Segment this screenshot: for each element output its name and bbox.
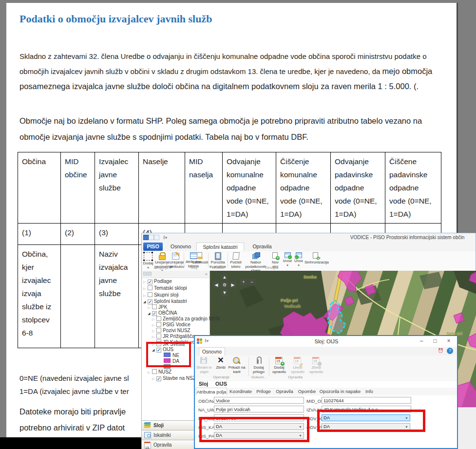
checkbox-unchecked[interactable] (156, 322, 161, 327)
pan-center-button[interactable]: ⚙ (221, 281, 228, 288)
checkbox-unchecked[interactable] (148, 285, 152, 290)
pan-down-button[interactable]: ▼ (221, 289, 228, 296)
quick-access-caret-icon[interactable]: ‖▾ (163, 235, 167, 240)
checkbox-checked[interactable]: ✓ (156, 376, 161, 381)
na-uime-input[interactable] (214, 406, 304, 412)
calendar-icon: 15 (144, 442, 152, 448)
sync-button[interactable]: ⟳ Sinhronizacija (305, 252, 327, 270)
tree-item[interactable]: ▷NUSZ (148, 369, 171, 375)
maximize-button[interactable]: □ (429, 336, 441, 346)
app-icon (143, 235, 159, 241)
tab-atributna-polja[interactable]: Atributna polja (196, 388, 227, 395)
table-cell (61, 245, 95, 348)
pan-left-button[interactable]: ◀ (213, 281, 220, 288)
button-label: Uredi opravilo (291, 365, 305, 374)
export-button[interactable]: → Izvoz ▾ (282, 252, 293, 270)
tree-item[interactable]: ◢✓OBČINA (148, 310, 177, 316)
checkbox-checked[interactable]: ✓ (148, 280, 152, 284)
tree-item[interactable]: ▷Tematski sklopi (143, 285, 187, 291)
tree-item[interactable]: ▷✓Stavbe na NSZ (152, 375, 196, 381)
tab-piso[interactable]: PISO (143, 243, 163, 251)
annotation-rect-cis-fields (199, 417, 309, 442)
expand-collapsed-icon[interactable]: ▷ (148, 370, 152, 375)
checkbox-checked[interactable]: ✓ (152, 311, 157, 316)
checkbox-checked[interactable]: ✓ (148, 299, 152, 304)
collapse-panel-icon[interactable]: « (205, 272, 208, 277)
table-header-row: Občina MID občine Izvajalec javne službe… (18, 152, 441, 224)
piso-titlebar[interactable]: ‖▾ VODICE - PISO Prostorski informacijsk… (142, 233, 476, 242)
tree-item-label: Tematski sklopi (154, 285, 187, 291)
sync-icon: ⟳ (312, 252, 320, 260)
expand-collapsed-icon[interactable]: ▷ (143, 279, 148, 284)
zoom-out-button[interactable]: − (248, 279, 255, 285)
tab-opozorila[interactable]: Opozorila in napake (319, 388, 362, 395)
breadcrumb-oijs[interactable]: OIJS (215, 381, 227, 387)
dialog-titlebar[interactable]: ‖▾ Sloj: OIJS – □ × (195, 336, 457, 347)
table-cell: (3) (95, 224, 139, 245)
alarm-icon[interactable]: ⏰ (438, 348, 443, 353)
expand-collapsed-icon[interactable]: ▷ (143, 293, 148, 298)
tab-info[interactable]: Info (362, 388, 376, 395)
tab-priloge[interactable]: Priloge (254, 388, 273, 395)
mid-ob-input[interactable] (322, 397, 411, 404)
obcina-input[interactable] (214, 397, 304, 404)
dialog-tab-osnovno[interactable]: Osnovno (199, 347, 225, 355)
close-button[interactable]: × (442, 336, 455, 346)
delete-task-button[interactable]: 15− Zbriši opravilo (308, 356, 324, 378)
expand-expanded-icon[interactable]: ◢ (148, 311, 152, 316)
tree-item[interactable]: ▷✓Podlage (143, 279, 172, 284)
expand-collapsed-icon[interactable]: ▷ (148, 305, 152, 310)
checkbox-unchecked[interactable] (148, 292, 152, 297)
clear-selection-button[interactable]: Počisti izbiro (229, 252, 243, 270)
tree-item[interactable]: ▷JR Prižigališča (152, 334, 195, 339)
expand-collapsed-icon[interactable]: ▷ (152, 322, 156, 328)
pan-up-button[interactable]: ▲ (221, 274, 228, 281)
tree-item-label: JPK (158, 304, 167, 310)
checkbox-unchecked[interactable] (152, 304, 157, 309)
table-header-cell: Čiščene padavinske odpadne vode (0=NE, 1… (385, 152, 441, 224)
minimize-button[interactable]: – (415, 336, 428, 346)
dialog-ribbon-tabs: Osnovno ⏰ ? (195, 347, 457, 356)
tab-opravila[interactable]: Opravila (248, 243, 276, 251)
tab-koordinate[interactable]: Koordinate (228, 388, 253, 395)
button-label: Shrani in zapri (196, 365, 212, 374)
tree-item[interactable]: ▷PSIG Vodice (152, 322, 190, 328)
expand-collapsed-icon[interactable]: ▷ (152, 317, 156, 322)
expand-expanded-icon[interactable]: ◢ (143, 299, 148, 304)
tree-item[interactable]: ▷Pozivi NUSZ (152, 328, 190, 334)
tab-osnovno[interactable]: Osnovno (167, 243, 194, 251)
checkbox-unchecked[interactable] (152, 369, 157, 374)
expand-collapsed-icon[interactable]: ▷ (152, 328, 156, 334)
extra-map-tool-button[interactable] (221, 300, 228, 307)
tab-opombe[interactable]: Opombe (296, 388, 318, 395)
table-header-cell: Občina (18, 152, 61, 224)
help-icon[interactable]: ? (447, 348, 453, 354)
tree-item-label: Pozivi NUSZ (163, 328, 190, 333)
pan-right-button[interactable]: ▶ (229, 281, 236, 288)
import-button[interactable]: ← Uvoz ▾ (293, 252, 304, 270)
ribbon-group-label: Analize (206, 265, 230, 270)
expand-collapsed-icon[interactable]: ▷ (152, 334, 156, 339)
tree-item[interactable]: ◢✓Splošni katastri (143, 299, 187, 304)
breadcrumb-sloj[interactable]: Sloj (199, 381, 208, 387)
dialog-app-icon (197, 338, 203, 344)
expand-collapsed-icon[interactable]: ▷ (143, 286, 148, 291)
checkbox-unchecked[interactable] (156, 328, 161, 333)
tree-item[interactable]: ▷Zemljišča za gradnjo MVN (152, 316, 220, 322)
dialog-ribbon: Shrani in zapri ✕ Zbriši Prikaži na kart… (195, 355, 457, 379)
magnifier-icon (232, 356, 241, 365)
zoom-in-button[interactable]: + (240, 279, 247, 285)
tab-splosni-katastri[interactable]: Splošni katastri (196, 243, 244, 251)
nav-label: Opravila (153, 442, 171, 448)
button-label: Dodaj prilogo (253, 365, 265, 374)
tree-item[interactable]: ▷JPK (148, 304, 167, 310)
calendar-edit-icon: 15 (293, 356, 302, 365)
tree-item[interactable]: ▷Skupni sloji (143, 292, 179, 298)
expand-collapsed-icon[interactable]: ▷ (152, 376, 156, 381)
tab-opravila[interactable]: Opravila (274, 388, 295, 395)
delete-x-icon: ✕ (216, 356, 225, 365)
quick-access-caret-icon[interactable]: ‖▾ (205, 338, 209, 343)
field-label: OBČINA (198, 398, 216, 404)
checkbox-unchecked[interactable] (156, 316, 161, 321)
checkbox-unchecked[interactable] (156, 334, 161, 338)
